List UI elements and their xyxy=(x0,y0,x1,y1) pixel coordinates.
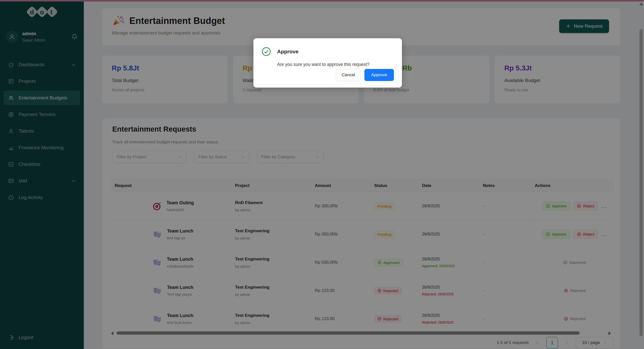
page-scrollbar[interactable] xyxy=(638,2,644,349)
page-scroll-thumb[interactable] xyxy=(639,29,643,336)
modal-message: Are you sure you want to approve this re… xyxy=(277,62,394,67)
scroll-up-arrow[interactable] xyxy=(639,3,643,5)
approve-button[interactable]: Approve xyxy=(364,69,394,81)
window-top-bar xyxy=(0,0,644,2)
cancel-button[interactable]: Cancel xyxy=(336,69,361,81)
approve-modal: Approve Are you sure you want to approve… xyxy=(253,38,402,88)
circle-check-icon xyxy=(261,47,271,56)
modal-title: Approve xyxy=(277,49,298,55)
